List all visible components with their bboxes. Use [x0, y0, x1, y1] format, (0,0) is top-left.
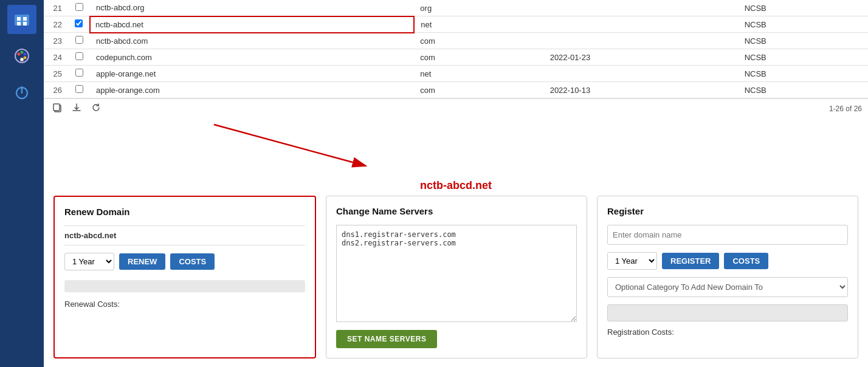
table-area: 21 nctb-abcd.org org NCSB 22 nctb-abcd.n…	[44, 0, 868, 118]
pagination-info: 1-26 of 26	[829, 105, 862, 113]
download-icon-btn[interactable]	[69, 101, 84, 116]
row-registrar: NCSB	[739, 16, 868, 33]
annotation-arrow	[44, 118, 868, 173]
table-row: 24 codepunch.com com 2022-01-23 NCSB	[44, 49, 868, 66]
nameservers-textarea[interactable]	[336, 225, 577, 322]
row-registrar: NCSB	[739, 66, 868, 82]
row-domain: nctb-abcd.com	[90, 33, 414, 49]
row-registrar: NCSB	[739, 49, 868, 66]
row-checkbox-cell[interactable]	[68, 16, 90, 33]
row-registrar: NCSB	[739, 33, 868, 49]
row-registrar: NCSB	[739, 0, 868, 16]
svg-rect-14	[53, 104, 60, 111]
row-tld: com	[414, 82, 543, 98]
table-row: 22 nctb-abcd.net net NCSB	[44, 16, 868, 33]
renew-year-select[interactable]: 1 Year 2 Years 3 Years	[64, 253, 114, 270]
row-domain: apple-orange.com	[90, 82, 414, 98]
row-num: 23	[44, 33, 68, 49]
row-checkbox[interactable]	[75, 52, 83, 60]
svg-rect-0	[15, 15, 29, 26]
renew-domain-panel: Renew Domain nctb-abcd.net 1 Year 2 Year…	[53, 196, 316, 358]
row-date	[544, 66, 739, 82]
row-registrar: NCSB	[739, 82, 868, 98]
main-content: 21 nctb-abcd.org org NCSB 22 nctb-abcd.n…	[44, 0, 868, 367]
palette-icon[interactable]	[7, 41, 36, 70]
svg-rect-4	[23, 22, 27, 26]
row-tld: net	[414, 66, 543, 82]
row-checkbox-cell[interactable]	[68, 0, 90, 16]
row-domain: nctb-abcd.net	[90, 16, 414, 33]
renew-costs-button[interactable]: COSTS	[170, 253, 215, 270]
register-extra-input	[607, 304, 848, 321]
row-domain: codepunch.com	[90, 49, 414, 66]
change-nameservers-panel: Change Name Servers SET NAME SERVERS	[326, 196, 587, 358]
row-date	[544, 16, 739, 33]
renewal-costs-label: Renewal Costs:	[64, 300, 305, 309]
row-num: 26	[44, 82, 68, 98]
row-checkbox[interactable]	[75, 3, 83, 11]
renew-domain-name: nctb-abcd.net	[64, 225, 305, 245]
row-date	[544, 33, 739, 49]
register-panel: Register 1 Year 2 Years 3 Years REGISTER…	[597, 196, 858, 358]
renew-button[interactable]: RENEW	[119, 253, 165, 270]
power-icon[interactable]	[7, 78, 36, 107]
register-button[interactable]: REGISTER	[662, 253, 719, 269]
row-date: 2022-10-13	[544, 82, 739, 98]
refresh-icon-btn[interactable]	[89, 101, 103, 116]
row-tld: org	[414, 0, 543, 16]
svg-line-16	[214, 125, 366, 166]
row-date	[544, 0, 739, 16]
row-tld: com	[414, 49, 543, 66]
table-row: 23 nctb-abcd.com com NCSB	[44, 33, 868, 49]
register-costs-button[interactable]: COSTS	[724, 253, 768, 269]
table-row: 21 nctb-abcd.org org NCSB	[44, 0, 868, 16]
row-num: 21	[44, 0, 68, 16]
renew-panel-title: Renew Domain	[64, 207, 305, 217]
table-row: 25 apple-orange.net net NCSB	[44, 66, 868, 82]
row-checkbox[interactable]	[75, 36, 83, 44]
svg-point-7	[21, 51, 24, 54]
row-checkbox[interactable]	[75, 69, 83, 77]
selected-domain-title: nctb-abcd.net	[420, 179, 492, 191]
row-checkbox-cell[interactable]	[68, 33, 90, 49]
copy-icon-btn[interactable]	[50, 101, 64, 116]
home-icon[interactable]	[7, 5, 36, 34]
registration-costs-label: Registration Costs:	[607, 328, 848, 337]
row-checkbox[interactable]	[75, 85, 83, 93]
svg-rect-1	[17, 17, 21, 21]
domain-title-bar: nctb-abcd.net	[44, 173, 868, 196]
arrow-area	[44, 118, 868, 173]
row-domain: apple-orange.net	[90, 66, 414, 82]
row-date: 2022-01-23	[544, 49, 739, 66]
domain-table: 21 nctb-abcd.org org NCSB 22 nctb-abcd.n…	[44, 0, 868, 98]
table-row: 26 apple-orange.com com 2022-10-13 NCSB	[44, 82, 868, 98]
svg-rect-3	[17, 22, 21, 26]
row-num: 24	[44, 49, 68, 66]
row-tld: com	[414, 33, 543, 49]
register-domain-input[interactable]	[607, 225, 848, 245]
renew-progress-bar	[64, 280, 305, 292]
register-year-select[interactable]: 1 Year 2 Years 3 Years	[607, 252, 657, 270]
svg-point-6	[18, 53, 21, 56]
register-panel-title: Register	[607, 206, 848, 216]
svg-point-10	[20, 58, 24, 61]
sidebar	[0, 0, 44, 367]
panels-row: Renew Domain nctb-abcd.net 1 Year 2 Year…	[44, 196, 868, 367]
svg-point-8	[24, 53, 27, 56]
nameservers-panel-title: Change Name Servers	[336, 206, 577, 216]
row-tld: net	[414, 16, 543, 33]
svg-rect-2	[23, 17, 27, 21]
row-checkbox-cell[interactable]	[68, 66, 90, 82]
category-select[interactable]: Optional Category To Add New Domain To	[607, 277, 848, 297]
row-domain: nctb-abcd.org	[90, 0, 414, 16]
row-num: 25	[44, 66, 68, 82]
row-checkbox-cell[interactable]	[68, 49, 90, 66]
row-checkbox[interactable]	[75, 19, 83, 27]
row-num: 22	[44, 16, 68, 33]
row-checkbox-cell[interactable]	[68, 82, 90, 98]
set-nameservers-button[interactable]: SET NAME SERVERS	[336, 330, 437, 348]
table-toolbar: 1-26 of 26	[44, 98, 868, 118]
